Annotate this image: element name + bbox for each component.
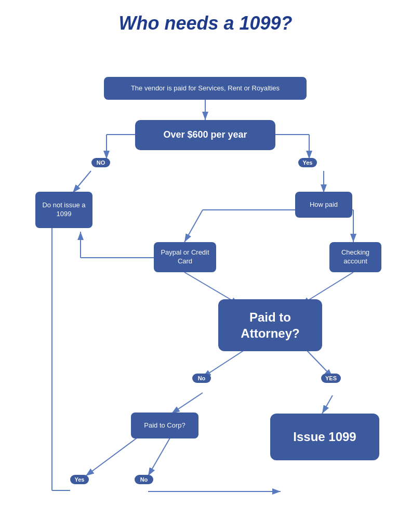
svg-line-21 — [148, 435, 171, 476]
svg-line-20 — [86, 435, 140, 476]
label-no: NO — [91, 158, 110, 167]
node-how-paid: How paid — [295, 192, 352, 218]
node-over600: Over $600 per year — [135, 120, 275, 150]
node-checking: Checking account — [329, 242, 381, 272]
node-start: The vendor is paid for Services, Rent or… — [104, 77, 307, 100]
node-paid-corp: Paid to Corp? — [131, 413, 198, 438]
node-issue-1099: Issue 1099 — [270, 414, 379, 460]
label-yes2: YES — [321, 374, 341, 383]
svg-line-6 — [73, 171, 91, 193]
label-no2: No — [192, 374, 211, 383]
label-yes: Yes — [298, 158, 317, 167]
label-no3: No — [135, 475, 153, 484]
flowchart: The vendor is paid for Services, Rent or… — [0, 39, 411, 528]
node-do-not-issue: Do not issue a 1099 — [35, 192, 92, 228]
svg-line-19 — [322, 395, 333, 414]
label-yes3: Yes — [70, 475, 89, 484]
node-paypal: Paypal or Credit Card — [154, 242, 216, 272]
page-title: Who needs a 1099? — [0, 0, 411, 39]
svg-line-9 — [184, 210, 203, 242]
svg-line-16 — [203, 350, 244, 377]
node-paid-attorney: Paid to Attorney? — [218, 299, 322, 351]
svg-line-18 — [171, 393, 203, 414]
